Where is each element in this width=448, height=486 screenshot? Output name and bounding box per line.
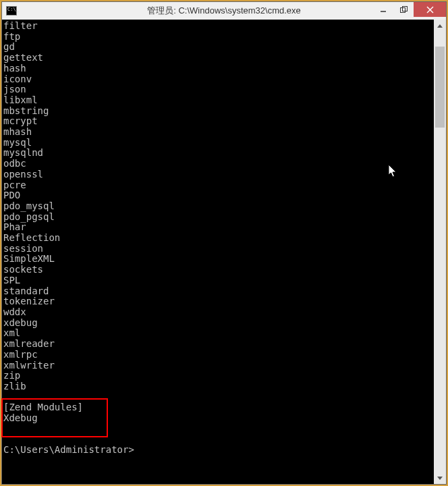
svg-marker-6 [437,477,443,480]
scroll-down-button[interactable] [434,472,446,484]
console-output[interactable]: filter ftp gd gettext hash iconv json li… [2,20,434,484]
scroll-up-button[interactable] [434,20,446,32]
minimize-button[interactable] [373,2,393,17]
vertical-scrollbar[interactable] [434,20,446,484]
titlebar[interactable]: 管理员: C:\Windows\system32\cmd.exe [2,2,446,20]
client-area: filter ftp gd gettext hash iconv json li… [2,20,446,484]
window-controls [373,2,446,17]
scroll-thumb[interactable] [435,47,445,128]
svg-marker-5 [437,24,443,28]
window-title: 管理员: C:\Windows\system32\cmd.exe [147,5,301,17]
cmd-window: 管理员: C:\Windows\system32\cmd.exe filter … [1,1,447,485]
maximize-button[interactable] [393,2,414,17]
close-button[interactable] [414,2,446,17]
cmd-icon [6,6,17,16]
